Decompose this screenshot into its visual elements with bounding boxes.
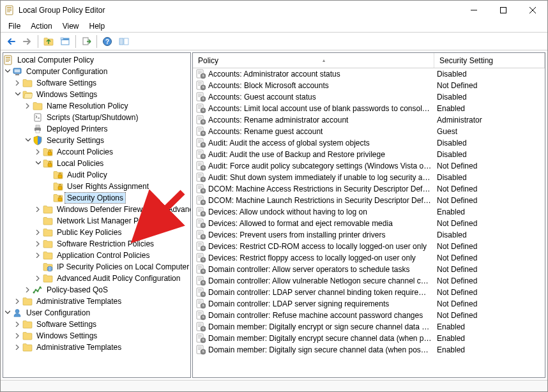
expand-toggle[interactable] [3,66,12,77]
maximize-button[interactable] [489,1,518,20]
export-list-button[interactable] [79,34,94,49]
console-tree[interactable]: Local Computer Policy Computer Configura… [3,52,191,378]
expand-toggle[interactable] [3,308,12,318]
tree-software-restriction-policies[interactable]: Software Restriction Policies [3,238,190,250]
list-row[interactable]: Domain controller: LDAP server channel b… [193,287,545,298]
help-button[interactable] [100,34,115,49]
show-hide-action-pane-button[interactable] [116,34,132,49]
tree-ip-security-policies[interactable]: IP Security Policies on Local Computer [3,261,190,273]
tree-windows-defender-firewall[interactable]: Windows Defender Firewall with Advanced … [3,204,190,215]
tree-user-windows-settings[interactable]: Windows Settings [3,330,190,342]
column-header-security-setting[interactable]: Security Setting [434,53,545,68]
tree-software-settings[interactable]: Software Settings [3,77,190,89]
menu-view[interactable]: View [57,20,84,32]
window-title: Local Group Policy Editor [19,6,459,15]
list-row[interactable]: Audit: Shut down system immediately if u… [193,172,545,183]
menu-file[interactable]: File [3,20,26,32]
expand-toggle[interactable] [13,319,22,329]
tree-computer-configuration[interactable]: Computer Configuration [3,66,190,77]
menu-action[interactable]: Action [26,20,57,32]
list-row[interactable]: Audit: Force audit policy subcategory se… [193,160,545,172]
list-row[interactable]: Accounts: Guest account statusDisabled [193,91,545,103]
list-row[interactable]: Accounts: Rename administrator accountAd… [193,114,545,126]
expand-toggle[interactable] [13,78,22,88]
expand-toggle[interactable] [24,135,33,146]
tree-application-control-policies[interactable]: Application Control Policies [3,250,190,261]
tree-administrative-templates[interactable]: Administrative Templates [3,296,190,307]
expand-toggle[interactable] [34,204,43,215]
tree-advanced-audit-policy[interactable]: Advanced Audit Policy Configuration [3,273,190,284]
tree-public-key-policies[interactable]: Public Key Policies [3,227,190,238]
policy-name: DCOM: Machine Access Restrictions in Sec… [208,185,437,193]
list-row[interactable]: Domain controller: LDAP server signing r… [193,298,545,310]
up-button[interactable] [41,34,56,49]
tree-user-software-settings[interactable]: Software Settings [3,319,190,330]
list-row[interactable]: Accounts: Limit local account use of bla… [193,103,545,114]
list-row[interactable]: Audit: Audit the access of global system… [193,137,545,149]
titlebar: Local Group Policy Editor [1,1,547,20]
list-row[interactable]: Domain member: Digitally encrypt or sign… [193,321,545,333]
column-header-policy[interactable]: Policy ▴ [193,53,434,68]
list-row[interactable]: Devices: Restrict CD-ROM access to local… [193,241,545,252]
menu-help[interactable]: Help [84,20,110,32]
tree-scripts[interactable]: Scripts (Startup/Shutdown) [3,112,190,123]
expand-toggle[interactable] [13,331,22,341]
tree-deployed-printers[interactable]: Deployed Printers [3,123,190,135]
tree-audit-policy[interactable]: Audit Policy [3,169,190,181]
expand-toggle[interactable] [34,273,43,283]
list-row[interactable]: Devices: Allow undock without having to … [193,206,545,218]
tree-name-resolution-policy[interactable]: Name Resolution Policy [3,100,190,112]
tree-account-policies[interactable]: Account Policies [3,146,190,158]
expand-toggle[interactable] [24,285,33,295]
expand-toggle[interactable] [34,227,43,237]
list-row[interactable]: Devices: Restrict floppy access to local… [193,252,545,264]
close-button[interactable] [518,1,547,20]
list-row[interactable]: Domain controller: Allow server operator… [193,264,545,275]
show-hide-tree-button[interactable] [57,34,73,49]
tree-policy-based-qos[interactable]: Policy-based QoS [3,284,190,296]
expand-toggle[interactable] [34,158,43,169]
policy-setting: Enabled [437,345,545,354]
list-row[interactable]: Accounts: Administrator account statusDi… [193,68,545,80]
minimize-button[interactable] [459,1,489,20]
tree-label: User Configuration [24,308,92,318]
list-row[interactable]: Devices: Allowed to format and eject rem… [193,218,545,229]
policy-name: Domain member: Digitally sign secure cha… [208,345,437,354]
expand-toggle[interactable] [13,89,22,100]
forward-button[interactable] [20,34,35,49]
expand-toggle[interactable] [34,239,43,249]
tree-label: User Rights Assignment [65,181,151,192]
list-row[interactable]: Domain member: Digitally sign secure cha… [193,344,545,356]
expand-toggle[interactable] [13,296,22,306]
list-row[interactable]: Audit: Audit the use of Backup and Resto… [193,149,545,160]
tree-local-policies[interactable]: Local Policies [3,158,190,169]
list-row[interactable]: Devices: Prevent users from installing p… [193,229,545,241]
tree-security-settings[interactable]: Security Settings [3,135,190,146]
folder-icon [43,227,53,237]
expand-toggle[interactable] [24,101,33,111]
list-row[interactable]: Accounts: Rename guest accountGuest [193,126,545,137]
expand-toggle[interactable] [13,342,22,352]
list-row[interactable]: DCOM: Machine Access Restrictions in Sec… [193,183,545,195]
list-row[interactable]: Domain controller: Allow vulnerable Netl… [193,275,545,287]
tree-security-options[interactable]: Security Options [3,192,190,204]
tree-user-rights-assignment[interactable]: User Rights Assignment [3,181,190,192]
tree-label: IP Security Policies on Local Computer [55,262,191,272]
list-row[interactable]: Accounts: Block Microsoft accountsNot De… [193,80,545,91]
expand-toggle[interactable] [34,147,43,157]
tree-network-list-manager[interactable]: Network List Manager Policies [3,215,190,227]
policy-setting: Not Defined [437,276,545,285]
policy-name: Devices: Restrict floppy access to local… [208,253,437,262]
list-row[interactable]: DCOM: Machine Launch Restrictions in Sec… [193,195,545,206]
details-pane[interactable]: Policy ▴ Security Setting Accounts: Admi… [192,52,545,378]
printer-icon [33,124,43,134]
list-row[interactable]: Domain controller: Refuse machine accoun… [193,310,545,321]
tree-label: Windows Defender Firewall with Advanced … [55,204,191,215]
back-button[interactable] [3,34,19,49]
tree-user-administrative-templates[interactable]: Administrative Templates [3,342,190,353]
list-row[interactable]: Domain member: Digitally encrypt secure … [193,333,545,344]
expand-toggle[interactable] [34,250,43,260]
tree-windows-settings[interactable]: Windows Settings [3,89,190,100]
tree-root[interactable]: Local Computer Policy [3,54,190,66]
tree-user-configuration[interactable]: User Configuration [3,307,190,319]
